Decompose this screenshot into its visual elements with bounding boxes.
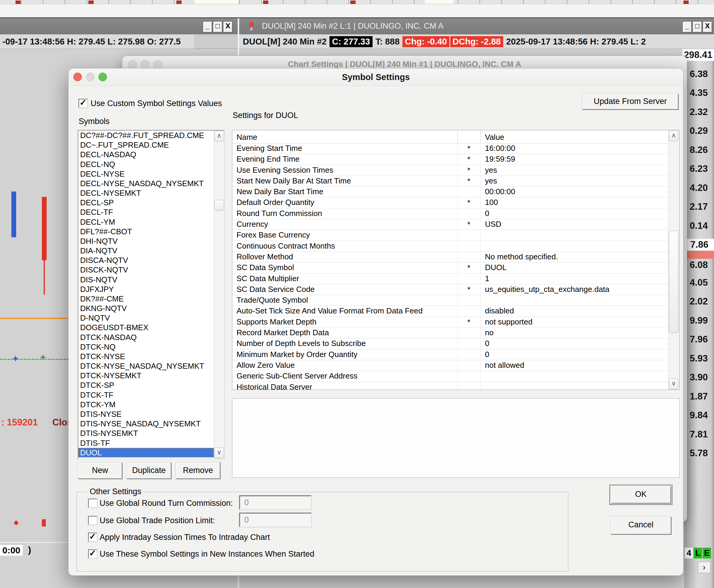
symbol-list-item[interactable]: DFL?##-CBOT <box>78 227 214 236</box>
remove-button[interactable]: Remove <box>176 462 220 479</box>
setting-name: Historical Data Server <box>237 382 312 390</box>
symbol-list-item[interactable]: DECL-YM <box>78 217 214 227</box>
dialog-titlebar[interactable]: Symbol Settings <box>68 68 683 86</box>
close-button[interactable]: X <box>223 21 232 33</box>
table-row[interactable]: Trade/Quote Symbol <box>232 295 669 306</box>
table-row[interactable]: SC Data Symbol * DUOL <box>232 262 669 273</box>
scrollbar-thumb[interactable] <box>669 231 678 333</box>
table-row[interactable]: Evening End Time * 19:59:59 <box>232 154 669 165</box>
global-round-turn-checkbox[interactable] <box>88 499 97 508</box>
global-trade-limit-checkbox[interactable] <box>88 516 97 525</box>
symbol-list-item[interactable]: DTIS-TF <box>78 438 214 448</box>
table-row[interactable]: SC Data Service Code * us_equities_utp_c… <box>232 285 669 295</box>
symbol-list-item[interactable]: DECL-NQ <box>78 160 214 169</box>
table-row[interactable]: Minimum Market by Order Quantity 0 <box>232 350 669 360</box>
symbol-list-item[interactable]: DECL-NYSEMKT <box>78 188 214 198</box>
table-row[interactable]: Auto-Set Tick Size And Value Format From… <box>232 306 669 317</box>
global-trade-limit-input[interactable]: 0 <box>239 513 311 527</box>
symbol-list-item[interactable]: DTIS-NYSE_NASDAQ_NYSEMKT <box>78 419 214 428</box>
symbol-list-item[interactable]: D-NQTV <box>78 313 214 323</box>
table-row[interactable]: Currency * USD <box>232 219 669 230</box>
ok-button[interactable]: OK <box>611 486 671 503</box>
scrollbar-thumb[interactable] <box>215 200 224 211</box>
scroll-up-arrow[interactable]: ∧ <box>669 130 678 141</box>
price-scale[interactable]: 298.41 6.38 4.35 2.32 0.29 8.26 6.23 <box>685 49 714 588</box>
scroll-right-arrow[interactable]: › <box>698 562 710 573</box>
table-row[interactable]: Default Order Quantity * 100 <box>232 197 669 208</box>
symbol-list-item[interactable]: DKNG-NQTV <box>78 303 214 313</box>
cancel-button[interactable]: Cancel <box>611 517 671 534</box>
table-row[interactable]: Record Market Depth Data no <box>232 328 669 338</box>
table-row[interactable]: Continuous Contract Months <box>232 241 669 252</box>
table-row[interactable]: Forex Base Currency <box>232 230 669 241</box>
duplicate-button[interactable]: Duplicate <box>126 462 171 479</box>
active-tab[interactable] <box>194 0 239 4</box>
table-row[interactable]: Historical Data Server <box>232 382 669 390</box>
active-tab[interactable] <box>424 0 454 4</box>
table-row[interactable]: Use Evening Session Times * yes <box>232 165 669 176</box>
scroll-down-arrow[interactable]: ∨ <box>215 447 224 458</box>
scroll-down-arrow[interactable]: ∨ <box>669 379 678 389</box>
name-column-header[interactable]: Name <box>237 133 257 142</box>
right-window-titlebar[interactable]: DUOL[M] 240 Min #2 L:1 | DUOLINGO, INC. … <box>239 18 714 34</box>
top-tab-strip[interactable] <box>0 0 714 4</box>
symbol-list-item[interactable]: DTCK-NYSE_NASDAQ_NYSEMKT <box>78 361 214 371</box>
new-button[interactable]: New <box>78 462 122 479</box>
table-row[interactable]: Generic Sub-Client Server Address <box>232 371 669 382</box>
symbol-list-item[interactable]: DECL-NASDAQ <box>78 150 214 159</box>
symbol-list-item[interactable]: DK?##-CME <box>78 294 214 303</box>
symbol-list-item[interactable]: DTCK-TF <box>78 390 214 400</box>
symbol-list-item[interactable]: DTCK-YM <box>78 400 214 409</box>
minimize-button[interactable]: _ <box>203 21 212 33</box>
table-row[interactable]: Number of Depth Levels to Subscribe 0 <box>232 338 669 349</box>
maximize-button[interactable]: □ <box>692 21 702 33</box>
symbol-list-item[interactable]: DUOL <box>78 448 214 458</box>
table-row[interactable]: Start New Daily Bar At Start Time * yes <box>232 176 669 187</box>
symbol-list-item[interactable]: DTCK-NASDAQ <box>78 333 214 342</box>
value-column-header[interactable]: Value <box>485 133 504 142</box>
symbol-list-item[interactable]: DIA-NQTV <box>78 246 214 255</box>
list-scrollbar[interactable]: ∧ ∨ <box>214 130 224 459</box>
use-in-new-instances-checkbox[interactable]: ✓ <box>88 549 97 559</box>
symbol-list-item[interactable]: DECL-SP <box>78 198 214 207</box>
symbol-list-item[interactable]: DTCK-NYSEMKT <box>78 371 214 380</box>
table-row[interactable]: Evening Start Time * 16:00:00 <box>232 143 669 154</box>
symbol-list-item[interactable]: DJFXJPY <box>78 285 214 294</box>
settings-table[interactable]: Name Value Evening Start Time * 16:00:00 <box>232 130 680 390</box>
symbol-list-item[interactable]: DHI-NQTV <box>78 236 214 246</box>
symbol-list-item[interactable]: DIS-NQTV <box>78 275 214 285</box>
symbol-list-item[interactable]: DTCK-NYSE <box>78 352 214 361</box>
symbol-list-item[interactable]: DC~.FUT_SPREAD.CME <box>78 140 214 150</box>
global-round-turn-input[interactable]: 0 <box>239 496 311 510</box>
symbol-list-item[interactable]: DTIS-NYSEMKT <box>78 428 214 438</box>
use-custom-settings-checkbox[interactable]: ✓ <box>79 99 88 108</box>
table-scrollbar[interactable]: ∧ ∨ <box>668 130 679 390</box>
left-window-titlebar[interactable]: _ □ X <box>0 18 238 34</box>
symbol-list-item[interactable]: DISCA-NQTV <box>78 255 214 265</box>
table-row[interactable]: SC Data Multiplier 1 <box>232 274 669 285</box>
symbol-list-item[interactable]: DECL-TF <box>78 207 214 217</box>
table-row[interactable]: Allow Zero Value not allowed <box>232 360 669 371</box>
symbol-list-item[interactable]: DECL-NYSE_NASDAQ_NYSEMKT <box>78 179 214 188</box>
symbols-listbox[interactable]: DC?##-DC?##.FUT_SPREAD.CME DC~.FUT_SPREA… <box>78 130 225 459</box>
scroll-up-arrow[interactable]: ∧ <box>215 131 224 142</box>
table-row[interactable]: Round Turn Commission 0 <box>232 209 669 219</box>
apply-intraday-session-checkbox[interactable]: ✓ <box>88 533 97 542</box>
minimize-button[interactable]: _ <box>682 21 692 33</box>
setting-value: not supported <box>485 317 532 327</box>
table-row[interactable]: Rollover Method No method specified. <box>232 252 669 262</box>
symbol-list-item[interactable]: DISCK-NQTV <box>78 265 214 275</box>
symbol-list-item[interactable]: DC?##-DC?##.FUT_SPREAD.CME <box>78 130 214 140</box>
symbol-list-item[interactable]: DTCK-NQ <box>78 342 214 352</box>
column-divider[interactable] <box>480 130 481 143</box>
close-button[interactable]: X <box>702 21 712 33</box>
symbol-list-item[interactable]: DECL-NYSE <box>78 169 214 179</box>
maximize-button[interactable]: □ <box>213 21 222 33</box>
symbol-list-item[interactable]: DTCK-SP <box>78 380 214 390</box>
update-from-server-button[interactable]: Update From Server <box>582 93 678 110</box>
symbol-list-item[interactable]: DTIS-NYSE <box>78 409 214 419</box>
table-row[interactable]: Supports Market Depth * not supported <box>232 317 669 328</box>
symbol-list-item[interactable]: DOGEUSDT-BMEX <box>78 323 214 332</box>
table-row[interactable]: New Daily Bar Start Time 00:00:00 <box>232 187 669 197</box>
column-divider[interactable] <box>457 130 458 143</box>
